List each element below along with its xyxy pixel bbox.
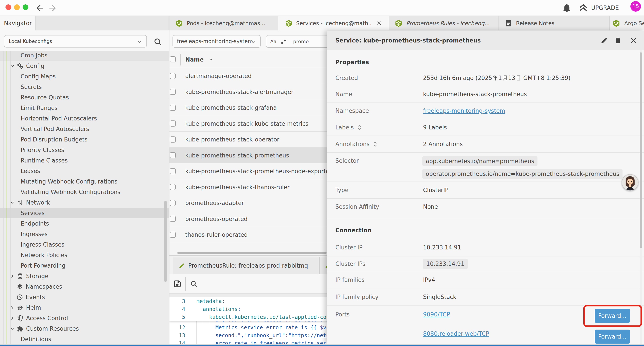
row-checkbox[interactable]	[170, 184, 176, 190]
sidebar-item-access-control[interactable]: Access Control	[0, 313, 169, 324]
close-icon[interactable]	[376, 20, 382, 26]
row-checkbox[interactable]	[170, 89, 176, 95]
tab-prometheus-rules[interactable]: Prometheus Rules - icecheng...	[389, 16, 498, 30]
kubeconfig-select[interactable]: Local Kubeconfigs	[4, 35, 147, 47]
tab-services[interactable]: Services - icecheng@math...	[279, 16, 388, 30]
dock-tab-prometheusrule[interactable]: PrometheusRule: freeleaps-prod-rabbitmq	[173, 257, 319, 274]
sidebar-item-helm[interactable]: Helm	[0, 303, 169, 313]
row-checkbox[interactable]	[170, 105, 176, 111]
updown-icon	[17, 199, 24, 206]
sidebar-item-limit-ranges[interactable]: Limit Ranges	[0, 103, 169, 113]
upgrade-label: UPGRADE	[591, 4, 619, 11]
kanji-year-icon	[492, 75, 498, 81]
back-icon[interactable]	[35, 3, 45, 13]
kanji-day-icon	[516, 75, 521, 81]
pencil-icon	[179, 263, 185, 269]
bell-icon[interactable]	[562, 3, 572, 13]
sidebar-item-vertical-pod-autoscalers[interactable]: Vertical Pod Autoscalers	[0, 124, 169, 134]
property-row-ip-family-policy: IP family policy SingleStack	[327, 288, 644, 306]
navigator-pane-header: Navigator	[0, 16, 35, 30]
row-checkbox[interactable]	[170, 73, 176, 79]
sidebar-item-custom-resources[interactable]: Custom Resources	[0, 324, 169, 334]
sidebar-item-leases[interactable]: Leases	[0, 166, 169, 176]
row-checkbox[interactable]	[170, 120, 176, 127]
save-icon[interactable]	[174, 280, 181, 288]
clock-icon	[16, 294, 23, 301]
chevron-down-icon	[251, 39, 257, 45]
sidebar-item-namespaces[interactable]: Namespaces	[0, 281, 169, 292]
sidebar-item-ingress-classes[interactable]: Ingress Classes	[0, 239, 169, 250]
trash-icon[interactable]	[614, 37, 622, 44]
unfold-icon[interactable]	[373, 141, 378, 147]
port-forward-link[interactable]: 9090/TCP	[423, 311, 450, 318]
sidebar-item-secrets[interactable]: Secrets	[0, 82, 169, 92]
row-checkbox[interactable]	[170, 136, 176, 143]
property-row-type: Type ClusterIP	[327, 182, 644, 199]
sidebar-item-events[interactable]: Events	[0, 292, 169, 303]
namespace-link[interactable]: freeleaps-monitoring-system	[423, 107, 505, 114]
sidebar-item-resource-quotas[interactable]: Resource Quotas	[0, 92, 169, 103]
sidebar-item-ingresses[interactable]: Ingresses	[0, 229, 169, 239]
table-horizontal-scrollbar[interactable]	[177, 252, 326, 254]
notification-count-badge[interactable]: 15	[630, 1, 641, 11]
property-row-annotations: Annotations 2 Annotations	[327, 136, 644, 153]
selector-badge: app.kubernetes.io/name=prometheus	[422, 156, 538, 166]
sidebar-scrollbar[interactable]	[164, 201, 167, 282]
property-row-cluster-ip: Cluster IP 10.233.14.91	[327, 239, 644, 256]
sidebar-item-port-forwarding[interactable]: Port Forwarding	[0, 260, 169, 271]
upgrade-button[interactable]: UPGRADE	[579, 3, 619, 13]
navigator-label: Navigator	[4, 20, 32, 26]
avatar[interactable]	[622, 174, 638, 191]
property-row-selector: Selector app.kubernetes.io/name=promethe…	[327, 153, 644, 182]
pencil-icon[interactable]	[600, 37, 608, 44]
sidebar-item-config[interactable]: Config	[0, 61, 169, 71]
sidebar-item-network[interactable]: Network	[0, 197, 169, 208]
header-divider	[180, 54, 180, 65]
select-all-checkbox[interactable]	[170, 56, 176, 62]
sidebar-item-priority-classes[interactable]: Priority Classes	[0, 145, 169, 155]
tab-strip-empty-area	[35, 16, 169, 30]
search-icon[interactable]	[190, 280, 198, 288]
tab-strip: Navigator Pods - icecheng@mathmas... Ser…	[0, 16, 644, 30]
regex-icon[interactable]	[280, 38, 287, 45]
sidebar-item-definitions[interactable]: Definitions	[0, 334, 169, 345]
tree-guide-line	[10, 51, 10, 345]
match-case-icon[interactable]: Aa	[270, 39, 277, 44]
row-checkbox[interactable]	[170, 216, 176, 222]
tab-release-notes[interactable]: Release Notes	[498, 16, 609, 30]
sidebar-item-cron-jobs[interactable]: Cron Jobs	[0, 51, 169, 61]
close-icon[interactable]	[630, 37, 638, 45]
tree-guide-line-active	[6, 51, 7, 345]
sidebar-item-storage[interactable]: Storage	[0, 271, 169, 281]
column-header-name[interactable]: Name	[185, 51, 213, 68]
row-checkbox[interactable]	[170, 200, 176, 206]
row-checkbox[interactable]	[170, 152, 176, 158]
row-checkbox[interactable]	[170, 232, 176, 238]
search-icon[interactable]	[154, 37, 162, 46]
sidebar-item-config-maps[interactable]: Config Maps	[0, 71, 169, 82]
property-row-created: Created 253d 16h 6m ago (2025113 GMT+8 1…	[327, 70, 644, 86]
close-window-button[interactable]	[6, 4, 11, 10]
shield-icon	[17, 315, 24, 322]
sidebar-toolbar: Local Kubeconfigs	[0, 30, 169, 51]
panel-scrollbar-thumb[interactable]	[640, 52, 642, 248]
forward-icon[interactable]	[48, 3, 58, 13]
sidebar-item-horizontal-pod-autoscalers[interactable]: Horizontal Pod Autoscalers	[0, 113, 169, 124]
sidebar-item-network-policies[interactable]: Network Policies	[0, 250, 169, 260]
zoom-window-button[interactable]	[22, 4, 28, 10]
sidebar-item-pod-disruption-budgets[interactable]: Pod Disruption Budgets	[0, 134, 169, 145]
unfold-icon[interactable]	[357, 124, 362, 130]
row-checkbox[interactable]	[170, 168, 176, 174]
sidebar-item-validating-webhook-configurations[interactable]: Validating Webhook Configurations	[0, 187, 169, 197]
sidebar-item-endpoints[interactable]: Endpoints	[0, 218, 169, 229]
port-forward-link[interactable]: 8080:reloader-web/TCP	[423, 331, 489, 337]
sidebar-item-services[interactable]: Services	[0, 208, 169, 218]
namespace-select[interactable]: freeleaps-monitoring-system	[172, 35, 260, 48]
tab-pods[interactable]: Pods - icecheng@mathmas...	[169, 16, 278, 30]
sidebar-item-runtime-classes[interactable]: Runtime Classes	[0, 155, 169, 166]
chevron-down-icon	[137, 39, 142, 45]
minimize-window-button[interactable]	[14, 4, 20, 10]
sidebar-item-mutating-webhook-configurations[interactable]: Mutating Webhook Configurations	[0, 176, 169, 187]
forward-button[interactable]: Forward...	[595, 330, 630, 344]
tab-argo[interactable]: Argo Se	[609, 16, 644, 30]
